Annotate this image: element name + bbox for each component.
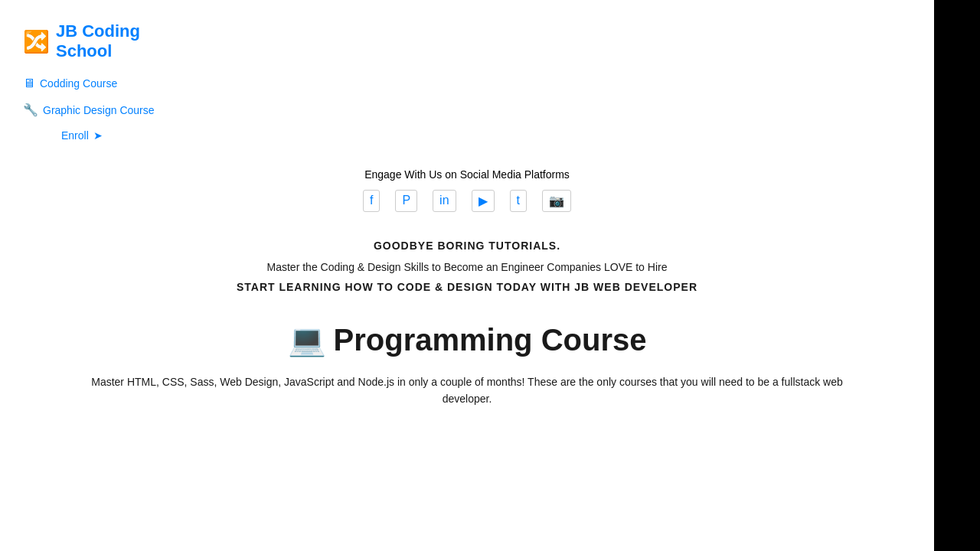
course-title-text: Programming Course [334,323,647,357]
logo-icon: 🔀 [23,29,50,54]
enroll-label: Enroll [61,129,89,142]
design-icon: 🔧 [23,103,38,117]
linkedin-icon[interactable]: in [433,190,456,212]
logo-text: JB Coding School [56,21,191,61]
course-heading-section: 💻 Programming Course Master HTML, CSS, S… [54,322,880,408]
coding-course-label: Codding Course [40,77,117,90]
youtube-icon[interactable]: ▶ [472,190,495,212]
engage-text: Engage With Us on Social Media Platforms [363,168,571,181]
logo-area: 🔀 JB Coding School [23,21,191,61]
coding-icon: 🖥 [23,77,35,90]
right-black-bar [934,0,980,551]
tagline-start: START LEARNING HOW TO CODE & DESIGN TODA… [237,281,697,293]
social-icons-row: f P in ▶ t 📷 [363,190,571,212]
facebook-icon[interactable]: f [363,190,380,212]
tagline-section: GOODBYE BORING TUTORIALS. Master the Cod… [237,240,697,316]
tagline-skills: Master the Coding & Design Skills to Bec… [237,261,697,273]
sidebar-nav: 🔀 JB Coding School 🖥 Codding Course 🔧 Gr… [0,0,214,175]
sidebar-item-coding[interactable]: 🖥 Codding Course [23,77,191,90]
programming-icon: 💻 [288,322,326,358]
course-main-title: 💻 Programming Course [54,322,880,358]
social-section: Engage With Us on Social Media Platforms… [363,168,571,227]
instagram-icon[interactable]: 📷 [542,190,571,212]
course-description: Master HTML, CSS, Sass, Web Design, Java… [54,373,880,408]
enroll-arrow-icon: ➤ [93,129,103,142]
enroll-sub-item[interactable]: Enroll ➤ [61,129,191,142]
pinterest-icon[interactable]: P [395,190,417,212]
sidebar-item-graphic-design[interactable]: 🔧 Graphic Design Course [23,103,191,117]
graphic-design-label: Graphic Design Course [43,104,155,116]
twitter-icon[interactable]: t [510,190,527,212]
tagline-boring: GOODBYE BORING TUTORIALS. [237,240,697,252]
